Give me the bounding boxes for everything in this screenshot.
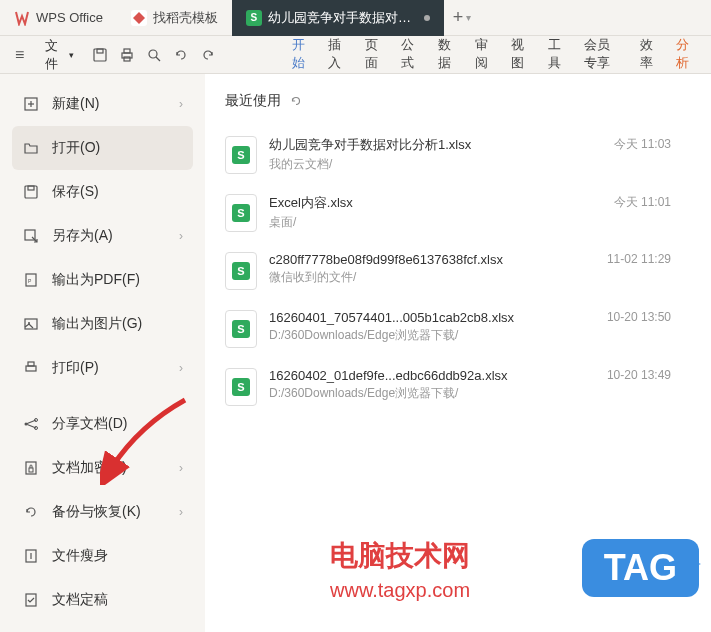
share-icon: [22, 415, 40, 433]
svg-line-6: [156, 57, 160, 61]
file-name: 幼儿园竞争对手数据对比分析1.xlsx: [269, 136, 602, 154]
menu-page[interactable]: 页面: [357, 30, 392, 80]
unsaved-indicator-icon: [424, 15, 430, 21]
watermark: 电脑技术网 www.tagxp.com: [330, 537, 470, 602]
sheet-badge-icon: S: [232, 204, 250, 222]
preview-button[interactable]: [142, 41, 165, 69]
file-row[interactable]: S 16260402_01def9fe...edbc66ddb92a.xlsx …: [225, 358, 691, 416]
save-icon: [92, 47, 108, 63]
hamburger-button[interactable]: ≡: [8, 41, 31, 69]
sheet-badge-icon: S: [232, 320, 250, 338]
menu-review[interactable]: 审阅: [467, 30, 502, 80]
svg-rect-11: [28, 186, 34, 190]
svg-rect-10: [25, 186, 37, 198]
sidebar-item-share[interactable]: 分享文档(D): [12, 402, 193, 446]
sheet-badge-icon: S: [232, 146, 250, 164]
watermark-title: 电脑技术网: [330, 537, 470, 575]
file-time: 10-20 13:49: [607, 368, 671, 382]
sidebar-item-encrypt[interactable]: 文档加密(E) ›: [12, 446, 193, 490]
chevron-right-icon: ›: [179, 361, 183, 375]
tab-template[interactable]: 找稻壳模板: [117, 0, 232, 36]
sidebar-item-saveas[interactable]: 另存为(A) ›: [12, 214, 193, 258]
menu-bar: 开始 插入 页面 公式 数据 审阅 视图 工具 会员专享 效率 分析: [284, 30, 703, 80]
sidebar-label: 新建(N): [52, 95, 99, 113]
save-icon: [22, 183, 40, 201]
watermark-url: www.tagxp.com: [330, 579, 470, 602]
chevron-right-icon: ›: [179, 461, 183, 475]
sidebar-item-export-img[interactable]: 输出为图片(G): [12, 302, 193, 346]
refresh-icon[interactable]: [289, 94, 303, 108]
file-info: 16260401_70574401...005b1cab2cb8.xlsx D:…: [269, 310, 595, 344]
tab-wps-label: WPS Office: [36, 10, 103, 25]
print-button[interactable]: [115, 41, 138, 69]
menu-efficiency[interactable]: 效率: [632, 30, 667, 80]
sidebar-item-backup[interactable]: 备份与恢复(K) ›: [12, 490, 193, 534]
file-name: Excel内容.xlsx: [269, 194, 602, 212]
recent-header: 最近使用: [225, 92, 691, 110]
svg-rect-0: [94, 49, 106, 61]
svg-rect-23: [29, 468, 33, 472]
sidebar-item-export-pdf[interactable]: P 输出为PDF(F): [12, 258, 193, 302]
wps-logo-icon: [14, 10, 30, 26]
menu-member[interactable]: 会员专享: [576, 30, 629, 80]
file-type-icon: S: [225, 368, 257, 406]
chevron-right-icon: ›: [179, 97, 183, 111]
svg-rect-3: [124, 49, 130, 53]
menu-tools[interactable]: 工具: [540, 30, 575, 80]
file-path: D:/360Downloads/Edge浏览器下载/: [269, 327, 595, 344]
undo-button[interactable]: [169, 41, 192, 69]
backup-icon: [22, 503, 40, 521]
file-name: 16260402_01def9fe...edbc66ddb92a.xlsx: [269, 368, 595, 383]
lock-icon: [22, 459, 40, 477]
tab-add-button[interactable]: + ▾: [444, 7, 480, 28]
file-menu-button[interactable]: 文件 ▾: [35, 33, 84, 77]
file-row[interactable]: S Excel内容.xlsx 桌面/ 今天 11:01: [225, 184, 691, 242]
menu-analyze[interactable]: 分析: [668, 30, 703, 80]
template-icon: [131, 10, 147, 26]
tab-wps-office[interactable]: WPS Office: [0, 0, 117, 36]
menu-view[interactable]: 视图: [503, 30, 538, 80]
file-name: 16260401_70574401...005b1cab2cb8.xlsx: [269, 310, 595, 325]
svg-rect-1: [97, 49, 103, 53]
file-type-icon: S: [225, 136, 257, 174]
sidebar-item-new[interactable]: 新建(N) ›: [12, 82, 193, 126]
chevron-down-icon: ▾: [69, 50, 74, 60]
sidebar-item-finalize[interactable]: 文档定稿: [12, 578, 193, 622]
save-button[interactable]: [88, 41, 111, 69]
sidebar-item-save[interactable]: 保存(S): [12, 170, 193, 214]
sidebar-label: 备份与恢复(K): [52, 503, 141, 521]
recent-label: 最近使用: [225, 92, 281, 110]
file-row[interactable]: S c280ff7778be08f9d99f8e6137638fcf.xlsx …: [225, 242, 691, 300]
file-row[interactable]: S 16260401_70574401...005b1cab2cb8.xlsx …: [225, 300, 691, 358]
chevron-right-icon: ›: [179, 229, 183, 243]
compress-icon: [22, 547, 40, 565]
menu-start[interactable]: 开始: [284, 30, 319, 80]
file-name: c280ff7778be08f9d99f8e6137638fcf.xlsx: [269, 252, 595, 267]
sidebar-item-slim[interactable]: 文件瘦身: [12, 534, 193, 578]
svg-rect-4: [124, 57, 130, 61]
file-type-icon: S: [225, 252, 257, 290]
print-icon: [22, 359, 40, 377]
file-path: D:/360Downloads/Edge浏览器下载/: [269, 385, 595, 402]
menu-data[interactable]: 数据: [430, 30, 465, 80]
sheet-badge-icon: S: [232, 378, 250, 396]
redo-button[interactable]: [196, 41, 219, 69]
file-info: Excel内容.xlsx 桌面/: [269, 194, 602, 231]
sidebar-item-print[interactable]: 打印(P) ›: [12, 346, 193, 390]
new-icon: [22, 95, 40, 113]
sidebar-label: 输出为图片(G): [52, 315, 142, 333]
file-label: 文件: [45, 37, 65, 73]
file-time: 今天 11:01: [614, 194, 671, 211]
file-info: 16260402_01def9fe...edbc66ddb92a.xlsx D:…: [269, 368, 595, 402]
file-type-icon: S: [225, 310, 257, 348]
plus-icon: +: [453, 7, 464, 28]
file-row[interactable]: S 幼儿园竞争对手数据对比分析1.xlsx 我的云文档/ 今天 11:03: [225, 126, 691, 184]
file-time: 11-02 11:29: [607, 252, 671, 266]
file-type-icon: S: [225, 194, 257, 232]
svg-text:P: P: [28, 278, 32, 284]
svg-rect-26: [26, 594, 36, 606]
menu-insert[interactable]: 插入: [320, 30, 355, 80]
sidebar-item-open[interactable]: 打开(O): [12, 126, 193, 170]
sheet-icon: S: [246, 10, 262, 26]
menu-formula[interactable]: 公式: [393, 30, 428, 80]
